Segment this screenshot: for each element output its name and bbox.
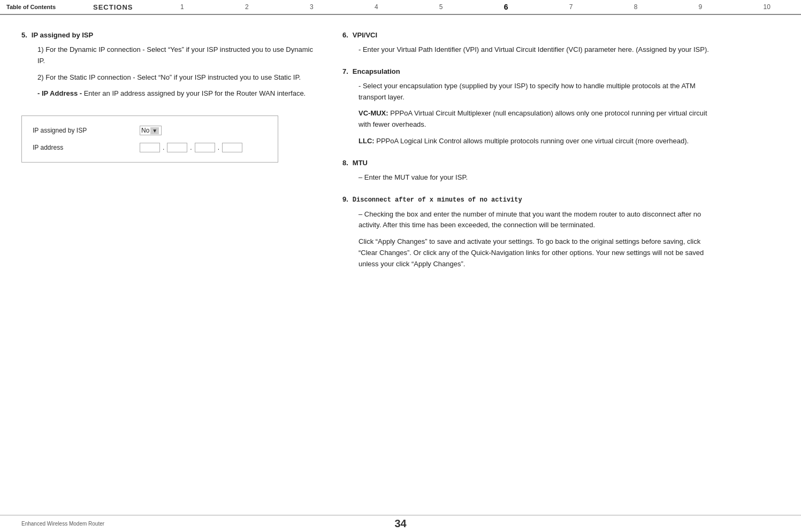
section-5-para3-rest: Enter an IP address assigned by your ISP…: [82, 89, 306, 97]
section-7-llc: LLC: PPPoA Logical Link Control allows m…: [358, 136, 717, 147]
mockup-row-1: IP assigned by ISP No ▼: [33, 126, 267, 135]
vcmux-body: PPPoA Virtual Circuit Multiplexer (null …: [358, 109, 707, 128]
section-6-text: - Enter your Virtual Path Identifier (VP…: [358, 44, 717, 56]
top-navigation: Table of Contents SECTIONS 1 2 3 4 5 6 7…: [0, 0, 801, 15]
section-8-header: 8. MTU: [342, 159, 717, 167]
section-5-title: IP assigned by ISP: [32, 31, 93, 39]
mockup-row-2: IP address . . .: [33, 143, 267, 152]
section-6-header: 6. VPI/VCI: [342, 31, 717, 39]
llc-body: PPPoA Logical Link Control allows multip…: [376, 137, 689, 145]
section-5-header: 5. IP assigned by ISP: [21, 31, 321, 39]
section-9-header: 9. Disconnect after of x minutes of no a…: [342, 195, 717, 204]
nav-num-10[interactable]: 10: [759, 0, 775, 14]
ip-dot-3: .: [218, 144, 219, 151]
nav-num-2[interactable]: 2: [241, 0, 253, 14]
ip-octet-1[interactable]: [140, 143, 160, 152]
section-9-num: 9.: [342, 195, 348, 203]
nav-num-7[interactable]: 7: [565, 0, 577, 14]
sections-label: SECTIONS: [91, 3, 150, 11]
section-6-body: - Enter your Virtual Path Identifier (VP…: [358, 44, 717, 56]
ip-octet-4[interactable]: [222, 143, 242, 152]
mockup-ip-address-control: . . .: [140, 143, 242, 152]
section-7-header: 7. Encapsulation: [342, 67, 717, 75]
vcmux-title: VC-MUX:: [358, 109, 388, 117]
section-6-num: 6.: [342, 31, 348, 39]
ip-assigned-value: No: [141, 127, 149, 134]
mockup-ip-address-label: IP address: [33, 144, 140, 151]
section-5-body: 1) For the Dynamic IP connection - Selec…: [37, 44, 321, 99]
section-7-body: - Select your encapsulation type (suppli…: [358, 81, 717, 147]
toc-label[interactable]: Table of Contents: [0, 4, 91, 10]
section-7-num: 7.: [342, 67, 348, 75]
right-column: 6. VPI/VCI - Enter your Virtual Path Ide…: [342, 31, 717, 282]
section-7-text: - Select your encapsulation type (suppli…: [358, 81, 717, 103]
section-5-para1: 1) For the Dynamic IP connection - Selec…: [37, 44, 321, 67]
section-9-body: – Checking the box and enter the number …: [358, 209, 717, 270]
ip-assigned-select[interactable]: No ▼: [140, 126, 162, 135]
nav-num-4[interactable]: 4: [370, 0, 383, 14]
mockup-ip-assigned-label: IP assigned by ISP: [33, 127, 140, 134]
mockup-ip-assigned-control[interactable]: No ▼: [140, 126, 162, 135]
section-8-num: 8.: [342, 159, 348, 167]
section-6: 6. VPI/VCI - Enter your Virtual Path Ide…: [342, 31, 717, 56]
section-5-para3: - IP Address - Enter an IP address assig…: [37, 88, 321, 99]
section-7-vcmux: VC-MUX: PPPoA Virtual Circuit Multiplexe…: [358, 108, 717, 130]
ip-octet-3[interactable]: [195, 143, 215, 152]
section-9: 9. Disconnect after of x minutes of no a…: [342, 195, 717, 270]
ip-dot-2: .: [190, 144, 192, 151]
section-6-title: VPI/VCI: [353, 31, 377, 39]
section-8-title: MTU: [353, 159, 368, 167]
llc-title: LLC:: [358, 137, 375, 145]
section-9-para2: Click “Apply Changes” to save and activa…: [358, 236, 717, 269]
nav-num-1[interactable]: 1: [176, 0, 188, 14]
section-5: 5. IP assigned by ISP 1) For the Dynamic…: [21, 31, 321, 99]
ip-octet-2[interactable]: [167, 143, 187, 152]
section-8-body: – Enter the MUT value for your ISP.: [358, 172, 717, 183]
section-8: 8. MTU – Enter the MUT value for your IS…: [342, 159, 717, 183]
nav-num-3[interactable]: 3: [306, 0, 318, 14]
nav-num-5[interactable]: 5: [435, 0, 447, 14]
ui-mockup: IP assigned by ISP No ▼ IP address . . .: [21, 115, 278, 163]
nav-numbers: 1 2 3 4 5 6 7 8 9 10: [150, 0, 801, 14]
left-column: 5. IP assigned by ISP 1) For the Dynamic…: [21, 31, 321, 282]
section-5-para2: 2) For the Static IP connection - Select…: [37, 72, 321, 83]
footer: Enhanced Wireless Modem Router 34: [0, 515, 801, 532]
section-9-text: – Checking the box and enter the number …: [358, 209, 717, 232]
section-9-title: Disconnect after of x minutes of no acti…: [353, 196, 522, 204]
main-content: 5. IP assigned by ISP 1) For the Dynamic…: [0, 15, 801, 292]
section-7-title: Encapsulation: [353, 67, 400, 75]
select-arrow-icon[interactable]: ▼: [150, 127, 159, 134]
section-7: 7. Encapsulation - Select your encapsula…: [342, 67, 717, 147]
nav-num-9[interactable]: 9: [695, 0, 707, 14]
nav-num-6[interactable]: 6: [500, 0, 513, 14]
ip-dot-1: .: [163, 144, 164, 151]
section-5-num: 5.: [21, 31, 27, 39]
footer-page: 34: [394, 518, 406, 530]
section-5-ip-address-label: - IP Address -: [37, 89, 82, 97]
section-8-text: – Enter the MUT value for your ISP.: [358, 172, 717, 183]
footer-brand: Enhanced Wireless Modem Router: [21, 521, 104, 527]
nav-num-8[interactable]: 8: [630, 0, 642, 14]
